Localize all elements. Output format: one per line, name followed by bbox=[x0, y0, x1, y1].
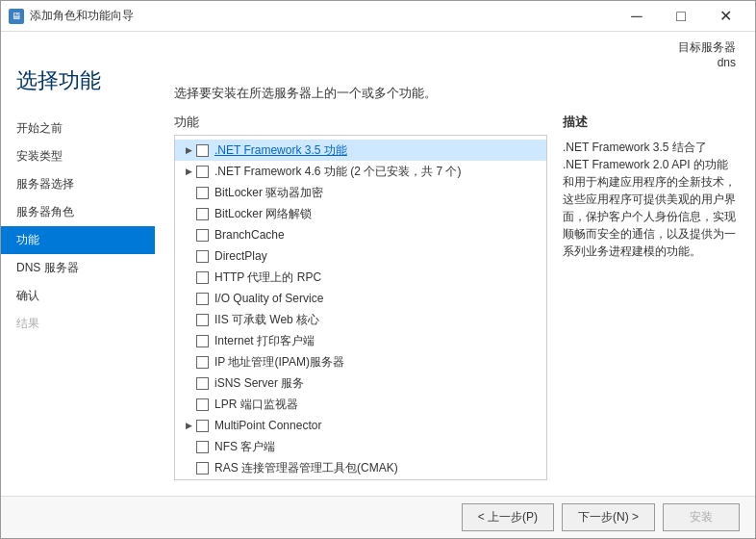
sidebar-item-features[interactable]: 功能 bbox=[1, 226, 155, 254]
target-info: 目标服务器 dns bbox=[155, 32, 755, 69]
feature-label-ip-mgmt: IP 地址管理(IPAM)服务器 bbox=[214, 354, 344, 371]
title-bar: 🖥 添加角色和功能向导 ─ □ ✕ bbox=[1, 1, 755, 32]
feature-label-print-client: Internet 打印客户端 bbox=[214, 333, 315, 349]
checkbox-nfs[interactable] bbox=[196, 441, 209, 453]
feature-item-multipoint[interactable]: ▶MultiPoint Connector bbox=[175, 415, 546, 436]
checkbox-isns[interactable] bbox=[196, 377, 209, 390]
feature-item-lpr[interactable]: LPR 端口监视器 bbox=[175, 394, 546, 415]
sidebar-item-server-select[interactable]: 服务器选择 bbox=[1, 170, 155, 198]
feature-label-iis-web: IIS 可承载 Web 核心 bbox=[214, 312, 319, 328]
feature-list-container: ▶.NET Framework 3.5 功能▶.NET Framework 4.… bbox=[174, 135, 547, 480]
footer: < 上一步(P) 下一步(N) > 安装 bbox=[1, 496, 755, 538]
close-button[interactable]: ✕ bbox=[703, 1, 747, 32]
feature-label-bitlocker-net: BitLocker 网络解锁 bbox=[214, 206, 312, 222]
sidebar: 选择功能 开始之前安装类型服务器选择服务器角色功能DNS 服务器确认结果 bbox=[1, 32, 155, 496]
sidebar-item-confirm[interactable]: 确认 bbox=[1, 282, 155, 310]
col-header: 功能 bbox=[174, 114, 547, 131]
feature-item-ras[interactable]: RAS 连接管理器管理工具包(CMAK) bbox=[175, 457, 546, 478]
feature-label-lpr: LPR 端口监视器 bbox=[214, 397, 298, 413]
feature-item-isns[interactable]: iSNS Server 服务 bbox=[175, 372, 546, 394]
feature-label-io-quality: I/O Quality of Service bbox=[214, 292, 323, 305]
feature-item-net46[interactable]: ▶.NET Framework 4.6 功能 (2 个已安装，共 7 个) bbox=[175, 161, 546, 182]
checkbox-bitlocker-drive[interactable] bbox=[196, 187, 209, 199]
checkbox-net35[interactable] bbox=[196, 144, 209, 157]
sidebar-item-server-roles[interactable]: 服务器角色 bbox=[1, 198, 155, 226]
sidebar-item-before-start[interactable]: 开始之前 bbox=[1, 115, 155, 142]
checkbox-lpr[interactable] bbox=[196, 398, 209, 411]
feature-label-nfs: NFS 客户端 bbox=[214, 439, 275, 455]
checkbox-ras[interactable] bbox=[196, 462, 209, 475]
expand-btn-net35[interactable]: ▶ bbox=[183, 144, 194, 156]
minimize-button[interactable]: ─ bbox=[615, 1, 659, 32]
main-content: 选择要安装在所选服务器上的一个或多个功能。 功能 ▶.NET Framework… bbox=[155, 69, 755, 496]
checkbox-directplay[interactable] bbox=[196, 250, 209, 263]
sidebar-item-result: 结果 bbox=[1, 310, 155, 338]
checkbox-branchcache[interactable] bbox=[196, 229, 209, 242]
feature-item-print-client[interactable]: Internet 打印客户端 bbox=[175, 330, 546, 351]
install-button[interactable]: 安装 bbox=[663, 503, 740, 531]
sidebar-nav: 开始之前安装类型服务器选择服务器角色功能DNS 服务器确认结果 bbox=[1, 115, 155, 338]
features-panel: 功能 ▶.NET Framework 3.5 功能▶.NET Framework… bbox=[174, 114, 736, 480]
description-title: 描述 bbox=[563, 114, 736, 131]
feature-label-net46: .NET Framework 4.6 功能 (2 个已安装，共 7 个) bbox=[214, 164, 461, 180]
window-controls: ─ □ ✕ bbox=[615, 1, 747, 32]
checkbox-iis-web[interactable] bbox=[196, 314, 209, 326]
feature-item-net35[interactable]: ▶.NET Framework 3.5 功能 bbox=[175, 140, 546, 161]
checkbox-io-quality[interactable] bbox=[196, 293, 209, 305]
feature-item-nfs[interactable]: NFS 客户端 bbox=[175, 436, 546, 457]
feature-label-branchcache: BranchCache bbox=[214, 228, 285, 242]
feature-label-bitlocker-drive: BitLocker 驱动器加密 bbox=[214, 185, 323, 201]
feature-label-multipoint: MultiPoint Connector bbox=[214, 419, 321, 432]
maximize-button[interactable]: □ bbox=[659, 1, 703, 32]
prev-button[interactable]: < 上一步(P) bbox=[462, 503, 554, 531]
checkbox-print-client[interactable] bbox=[196, 335, 209, 347]
expand-btn-net46[interactable]: ▶ bbox=[183, 166, 194, 177]
content-area: 选择功能 开始之前安装类型服务器选择服务器角色功能DNS 服务器确认结果 目标服… bbox=[1, 32, 755, 496]
feature-item-io-quality[interactable]: I/O Quality of Service bbox=[175, 288, 546, 309]
feature-item-iis-web[interactable]: IIS 可承载 Web 核心 bbox=[175, 309, 546, 330]
checkbox-multipoint[interactable] bbox=[196, 420, 209, 432]
instruction-text: 选择要安装在所选服务器上的一个或多个功能。 bbox=[174, 85, 736, 102]
feature-item-http-proxy[interactable]: HTTP 代理上的 RPC bbox=[175, 267, 546, 288]
feature-item-smb-cifs[interactable]: SMB 1.0/CIFS 文件共享支持 (已安装) bbox=[175, 478, 546, 479]
sidebar-item-install-type[interactable]: 安装类型 bbox=[1, 142, 155, 170]
feature-item-ip-mgmt[interactable]: IP 地址管理(IPAM)服务器 bbox=[175, 351, 546, 372]
title-bar-left: 🖥 添加角色和功能向导 bbox=[9, 8, 134, 24]
feature-item-bitlocker-net[interactable]: BitLocker 网络解锁 bbox=[175, 203, 546, 224]
feature-label-isns: iSNS Server 服务 bbox=[214, 375, 304, 392]
checkbox-bitlocker-net[interactable] bbox=[196, 208, 209, 220]
window-title: 添加角色和功能向导 bbox=[30, 8, 134, 24]
feature-item-bitlocker-drive[interactable]: BitLocker 驱动器加密 bbox=[175, 182, 546, 203]
feature-label-ras: RAS 连接管理器管理工具包(CMAK) bbox=[214, 460, 398, 476]
description-text: .NET Framework 3.5 结合了 .NET Framework 2.… bbox=[563, 139, 736, 260]
target-value: dns bbox=[718, 56, 736, 69]
feature-list: ▶.NET Framework 3.5 功能▶.NET Framework 4.… bbox=[175, 136, 546, 479]
window-icon: 🖥 bbox=[9, 9, 24, 24]
feature-item-directplay[interactable]: DirectPlay bbox=[175, 245, 546, 267]
description-panel: 描述 .NET Framework 3.5 结合了 .NET Framework… bbox=[563, 114, 736, 480]
main-window: 🖥 添加角色和功能向导 ─ □ ✕ 选择功能 开始之前安装类型服务器选择服务器角… bbox=[0, 0, 756, 539]
next-button[interactable]: 下一步(N) > bbox=[562, 503, 655, 531]
checkbox-http-proxy[interactable] bbox=[196, 271, 209, 284]
feature-label-directplay: DirectPlay bbox=[214, 249, 267, 263]
feature-label-net35: .NET Framework 3.5 功能 bbox=[214, 142, 347, 159]
checkbox-ip-mgmt[interactable] bbox=[196, 356, 209, 369]
target-label: 目标服务器 bbox=[678, 40, 736, 54]
checkbox-net46[interactable] bbox=[196, 166, 209, 178]
feature-item-branchcache[interactable]: BranchCache bbox=[175, 224, 546, 245]
feature-label-http-proxy: HTTP 代理上的 RPC bbox=[214, 270, 321, 286]
page-title: 选择功能 bbox=[16, 66, 139, 95]
expand-btn-multipoint[interactable]: ▶ bbox=[183, 420, 194, 431]
sidebar-item-dns-server[interactable]: DNS 服务器 bbox=[1, 254, 155, 282]
